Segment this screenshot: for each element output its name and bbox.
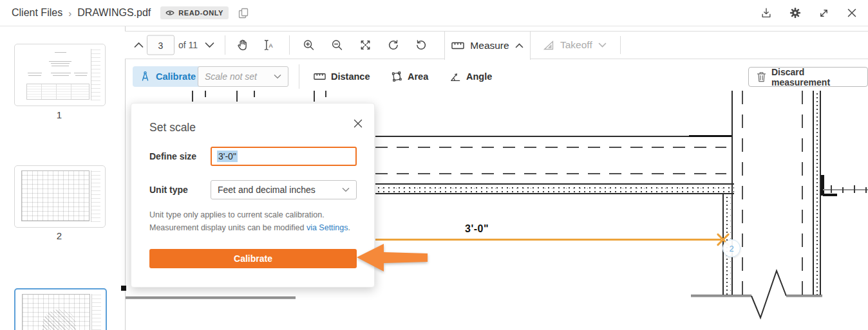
discard-measurement-button[interactable]: Discard measurement [748,67,868,87]
tab-measure[interactable]: Measure [444,31,531,60]
breadcrumb-separator: › [68,8,71,19]
angle-icon [449,71,461,82]
drawing-ground-line [126,297,296,299]
drawing-wall-line-end [689,135,731,137]
drawing-hidden-line [375,173,726,174]
rotate-counterclockwise-icon[interactable] [415,39,428,51]
unit-type-dropdown[interactable]: Feet and decimal inches [211,180,357,199]
thumbnail-plan-drawing [21,170,90,222]
drawing-tick [842,187,844,193]
define-size-input[interactable]: 3'-0" [211,147,357,166]
angle-tool-button[interactable]: Angle [449,66,492,87]
toolbar-divider [620,36,621,54]
toolbar-divider [289,35,290,55]
drawing-tick [254,91,255,97]
zoom-in-icon[interactable] [303,39,315,51]
chevron-up-icon [515,43,524,48]
thumbnail-table [26,84,90,100]
page-thumbnail-1[interactable] [14,44,106,106]
toolbar-divider [299,64,299,89]
unit-type-label: Unit type [149,185,188,195]
drawing-tick [192,91,193,102]
expand-icon[interactable] [818,8,829,19]
thumbnail-hatch-area [42,309,76,330]
thumbnail-title-strip [91,49,100,101]
svg-text:A: A [269,42,273,49]
thumbnail-plan-drawing [22,294,90,330]
rotate-clockwise-icon[interactable] [387,39,399,51]
fit-screen-icon[interactable] [359,39,372,51]
angle-tool-label: Angle [466,71,492,82]
area-tool-button[interactable]: Area [391,66,428,87]
previous-page-button[interactable] [134,42,144,48]
text-select-icon[interactable]: A [262,39,275,51]
drawing-tick [325,91,326,97]
calibrate-tool-button[interactable]: Calibrate [133,66,203,87]
drawing-tick [865,187,867,193]
drawing-tick [854,185,855,193]
polygon-area-icon [391,71,402,82]
readonly-badge: READ-ONLY [160,6,229,19]
next-page-button[interactable] [205,42,214,48]
tab-takeoff-label: Takeoff [560,39,592,51]
breadcrumb-file-name: DRAWINGS.pdf [77,7,151,19]
dimension-label: 3'-0" [465,223,489,235]
page-thumbnail-2[interactable] [14,165,106,228]
drawing-dimension-line [823,189,868,190]
drawing-hidden-line [375,147,726,148]
chevron-down-icon [598,42,607,48]
thumbnail-title-strip [91,170,100,223]
set-scale-modal: Set scale Define size 3'-0" Unit type Fe… [131,103,375,288]
pan-hand-icon[interactable] [236,39,249,52]
note-line1: Unit type only applies to current scale … [149,210,325,219]
drawing-break-line [689,264,824,330]
modal-close-icon[interactable] [354,119,363,128]
toolbar-divider [225,35,225,55]
page-number-label: 2 [14,230,104,241]
chevron-down-icon [342,187,350,192]
discard-measurement-label: Discard measurement [771,67,860,87]
tab-measure-label: Measure [470,40,509,51]
define-size-value: 3'-0" [217,151,238,162]
drawing-corner-bracket [821,175,824,196]
define-size-label: Define size [149,151,196,161]
note-line2-suffix: . [348,223,350,232]
distance-tool-button[interactable]: Distance [314,66,370,87]
drawing-wall-line [375,136,731,137]
page-number-input[interactable] [147,35,175,55]
distance-tool-label: Distance [331,71,370,82]
gear-icon[interactable] [789,7,801,19]
readonly-badge-label: READ-ONLY [178,9,223,17]
modal-title: Set scale [149,121,196,134]
drawing-ledge-line [823,194,837,196]
copy-icon[interactable] [238,8,249,19]
note-line2-prefix: Measurement display units can be modifie… [149,223,307,232]
zoom-out-icon[interactable] [331,39,343,51]
tab-takeoff[interactable]: Takeoff [543,31,607,59]
pdf-viewer-app: Client Files › DRAWINGS.pdf READ-ONLY [0,0,868,330]
modal-note: Unit type only applies to current scale … [149,208,362,234]
close-icon[interactable] [847,8,857,18]
calibration-point-badge[interactable]: 2 [722,239,741,257]
trash-icon [757,71,766,82]
thumbnail-title-strip [91,294,101,330]
breadcrumb-parent[interactable]: Client Files [12,7,62,19]
drawing-tick [205,91,206,97]
drawing-tick [314,91,315,102]
unit-type-value: Feet and decimal inches [218,185,316,195]
drawing-corner-marker [121,286,126,291]
header-bar: Client Files › DRAWINGS.pdf READ-ONLY [0,0,868,26]
page-number-label: 1 [14,109,104,120]
via-settings-link[interactable]: via Settings [307,223,348,232]
set-square-icon [543,40,554,51]
calibration-measurement-line[interactable] [375,239,721,241]
drawing-tick [831,185,832,193]
calibrate-submit-button[interactable]: Calibrate [149,249,357,268]
download-icon[interactable] [760,7,772,19]
drawing-concrete-band [375,183,734,194]
page-count-label: of 11 [178,40,198,50]
ruler-icon [451,41,464,50]
scale-dropdown[interactable]: Scale not set [198,66,288,87]
page-thumbnail-3-selected[interactable] [14,288,107,330]
chevron-down-icon [274,74,281,79]
